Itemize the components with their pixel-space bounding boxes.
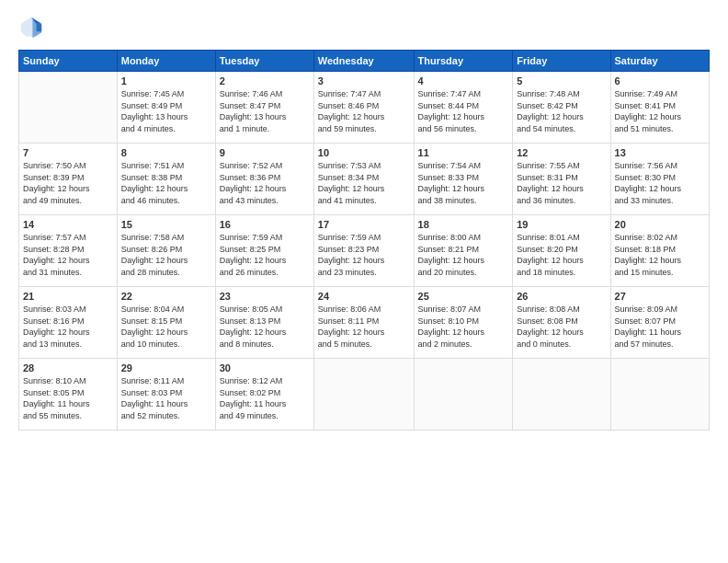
calendar-cell: 8Sunrise: 7:51 AMSunset: 8:38 PMDaylight…: [117, 144, 215, 215]
day-info: Sunrise: 8:02 AMSunset: 8:18 PMDaylight:…: [615, 232, 705, 278]
weekday-header-row: SundayMondayTuesdayWednesdayThursdayFrid…: [19, 51, 710, 72]
day-number: 20: [615, 219, 705, 230]
day-info: Sunrise: 7:56 AMSunset: 8:30 PMDaylight:…: [615, 160, 705, 206]
day-info: Sunrise: 7:55 AMSunset: 8:31 PMDaylight:…: [517, 160, 606, 206]
day-info: Sunrise: 8:03 AMSunset: 8:16 PMDaylight:…: [23, 304, 113, 350]
day-info: Sunrise: 7:49 AMSunset: 8:41 PMDaylight:…: [615, 88, 705, 134]
week-row-2: 7Sunrise: 7:50 AMSunset: 8:39 PMDaylight…: [19, 144, 710, 215]
day-info: Sunrise: 8:12 AMSunset: 8:02 PMDaylight:…: [220, 375, 310, 421]
day-number: 1: [121, 75, 211, 86]
day-number: 25: [418, 291, 509, 302]
day-info: Sunrise: 7:46 AMSunset: 8:47 PMDaylight:…: [220, 88, 310, 134]
calendar-cell: 21Sunrise: 8:03 AMSunset: 8:16 PMDayligh…: [19, 287, 118, 359]
svg-marker-3: [37, 24, 42, 31]
calendar-cell: 24Sunrise: 8:06 AMSunset: 8:11 PMDayligh…: [313, 287, 414, 359]
day-number: 14: [23, 219, 113, 230]
calendar-cell: [513, 359, 610, 431]
week-row-5: 28Sunrise: 8:10 AMSunset: 8:05 PMDayligh…: [19, 359, 710, 431]
weekday-header-monday: Monday: [117, 51, 215, 72]
day-info: Sunrise: 8:08 AMSunset: 8:08 PMDaylight:…: [517, 304, 606, 350]
day-info: Sunrise: 7:50 AMSunset: 8:39 PMDaylight:…: [23, 160, 113, 206]
day-info: Sunrise: 8:09 AMSunset: 8:07 PMDaylight:…: [615, 304, 705, 350]
calendar-cell: 2Sunrise: 7:46 AMSunset: 8:47 PMDaylight…: [215, 72, 313, 144]
day-info: Sunrise: 7:59 AMSunset: 8:23 PMDaylight:…: [318, 232, 410, 278]
day-number: 15: [121, 219, 211, 230]
logo-icon: [18, 15, 44, 40]
day-number: 26: [517, 291, 606, 302]
day-info: Sunrise: 8:11 AMSunset: 8:03 PMDaylight:…: [121, 375, 211, 421]
day-info: Sunrise: 7:47 AMSunset: 8:44 PMDaylight:…: [418, 88, 509, 134]
weekday-header-sunday: Sunday: [19, 51, 118, 72]
calendar-cell: [313, 359, 414, 431]
day-info: Sunrise: 8:07 AMSunset: 8:10 PMDaylight:…: [418, 304, 509, 350]
day-number: 30: [220, 362, 310, 373]
calendar-cell: 19Sunrise: 8:01 AMSunset: 8:20 PMDayligh…: [513, 215, 610, 287]
calendar-cell: 28Sunrise: 8:10 AMSunset: 8:05 PMDayligh…: [19, 359, 118, 431]
calendar-cell: 14Sunrise: 7:57 AMSunset: 8:28 PMDayligh…: [19, 215, 118, 287]
day-info: Sunrise: 7:52 AMSunset: 8:36 PMDaylight:…: [220, 160, 310, 206]
day-info: Sunrise: 8:04 AMSunset: 8:15 PMDaylight:…: [121, 304, 211, 350]
calendar-cell: 4Sunrise: 7:47 AMSunset: 8:44 PMDaylight…: [414, 72, 513, 144]
day-info: Sunrise: 8:00 AMSunset: 8:21 PMDaylight:…: [418, 232, 509, 278]
week-row-3: 14Sunrise: 7:57 AMSunset: 8:28 PMDayligh…: [19, 215, 710, 287]
day-info: Sunrise: 8:01 AMSunset: 8:20 PMDaylight:…: [517, 232, 606, 278]
day-number: 2: [220, 75, 310, 86]
logo: [18, 15, 48, 40]
calendar-cell: 25Sunrise: 8:07 AMSunset: 8:10 PMDayligh…: [414, 287, 513, 359]
calendar-cell: [610, 359, 709, 431]
page: SundayMondayTuesdayWednesdayThursdayFrid…: [0, 0, 728, 563]
weekday-header-saturday: Saturday: [610, 51, 709, 72]
calendar-cell: 27Sunrise: 8:09 AMSunset: 8:07 PMDayligh…: [610, 287, 709, 359]
day-info: Sunrise: 7:51 AMSunset: 8:38 PMDaylight:…: [121, 160, 211, 206]
calendar-cell: 29Sunrise: 8:11 AMSunset: 8:03 PMDayligh…: [117, 359, 215, 431]
calendar-cell: 20Sunrise: 8:02 AMSunset: 8:18 PMDayligh…: [610, 215, 709, 287]
day-number: 3: [318, 75, 410, 86]
day-info: Sunrise: 7:45 AMSunset: 8:49 PMDaylight:…: [121, 88, 211, 134]
weekday-header-friday: Friday: [513, 51, 610, 72]
week-row-1: 1Sunrise: 7:45 AMSunset: 8:49 PMDaylight…: [19, 72, 710, 144]
header: [18, 15, 710, 40]
day-number: 16: [220, 219, 310, 230]
calendar-cell: [19, 72, 118, 144]
day-number: 19: [517, 219, 606, 230]
day-number: 17: [318, 219, 410, 230]
day-info: Sunrise: 8:10 AMSunset: 8:05 PMDaylight:…: [23, 375, 113, 421]
weekday-header-wednesday: Wednesday: [313, 51, 414, 72]
day-number: 7: [23, 147, 113, 158]
calendar-cell: 12Sunrise: 7:55 AMSunset: 8:31 PMDayligh…: [513, 144, 610, 215]
calendar-cell: 7Sunrise: 7:50 AMSunset: 8:39 PMDaylight…: [19, 144, 118, 215]
calendar-cell: 15Sunrise: 7:58 AMSunset: 8:26 PMDayligh…: [117, 215, 215, 287]
calendar-cell: 1Sunrise: 7:45 AMSunset: 8:49 PMDaylight…: [117, 72, 215, 144]
calendar-cell: 18Sunrise: 8:00 AMSunset: 8:21 PMDayligh…: [414, 215, 513, 287]
day-number: 6: [615, 75, 705, 86]
day-number: 9: [220, 147, 310, 158]
calendar-cell: 10Sunrise: 7:53 AMSunset: 8:34 PMDayligh…: [313, 144, 414, 215]
weekday-header-tuesday: Tuesday: [215, 51, 313, 72]
calendar-cell: 23Sunrise: 8:05 AMSunset: 8:13 PMDayligh…: [215, 287, 313, 359]
day-info: Sunrise: 7:53 AMSunset: 8:34 PMDaylight:…: [318, 160, 410, 206]
calendar-cell: 3Sunrise: 7:47 AMSunset: 8:46 PMDaylight…: [313, 72, 414, 144]
day-number: 27: [615, 291, 705, 302]
calendar-cell: 9Sunrise: 7:52 AMSunset: 8:36 PMDaylight…: [215, 144, 313, 215]
day-number: 4: [418, 75, 509, 86]
calendar-cell: 17Sunrise: 7:59 AMSunset: 8:23 PMDayligh…: [313, 215, 414, 287]
day-number: 24: [318, 291, 410, 302]
day-info: Sunrise: 8:05 AMSunset: 8:13 PMDaylight:…: [220, 304, 310, 350]
calendar-cell: 22Sunrise: 8:04 AMSunset: 8:15 PMDayligh…: [117, 287, 215, 359]
calendar-cell: [414, 359, 513, 431]
calendar-cell: 5Sunrise: 7:48 AMSunset: 8:42 PMDaylight…: [513, 72, 610, 144]
calendar-cell: 26Sunrise: 8:08 AMSunset: 8:08 PMDayligh…: [513, 287, 610, 359]
calendar-cell: 11Sunrise: 7:54 AMSunset: 8:33 PMDayligh…: [414, 144, 513, 215]
day-number: 8: [121, 147, 211, 158]
day-number: 21: [23, 291, 113, 302]
day-number: 12: [517, 147, 606, 158]
day-info: Sunrise: 7:58 AMSunset: 8:26 PMDaylight:…: [121, 232, 211, 278]
day-info: Sunrise: 8:06 AMSunset: 8:11 PMDaylight:…: [318, 304, 410, 350]
day-number: 13: [615, 147, 705, 158]
day-number: 11: [418, 147, 509, 158]
day-number: 18: [418, 219, 509, 230]
day-number: 22: [121, 291, 211, 302]
day-number: 5: [517, 75, 606, 86]
day-info: Sunrise: 7:57 AMSunset: 8:28 PMDaylight:…: [23, 232, 113, 278]
calendar-cell: 16Sunrise: 7:59 AMSunset: 8:25 PMDayligh…: [215, 215, 313, 287]
